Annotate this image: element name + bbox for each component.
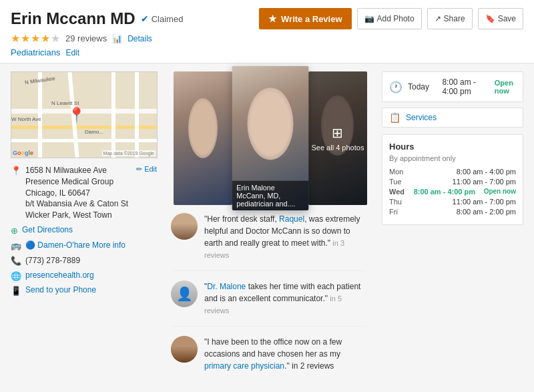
- page-container: Erin Mccann MD ✔ Claimed ★ Write a Revie…: [0, 0, 534, 392]
- street-address: 1658 N Milwaukee Ave: [25, 166, 107, 175]
- review-1-before: "Her front desk staff,: [204, 214, 279, 224]
- review-3: "I have been to the office now on a few …: [171, 336, 366, 381]
- face-shape: [188, 98, 218, 158]
- reviews-count: 29 reviews: [65, 33, 107, 43]
- photo-1[interactable]: [174, 71, 232, 205]
- hours-fri: Fri 8:00 am - 2:00 pm: [389, 208, 516, 216]
- star-3: ★: [31, 32, 40, 45]
- share-button[interactable]: ↗ Share: [427, 8, 473, 29]
- verified-icon: ✔: [141, 13, 149, 24]
- city-state-zip: Chicago, IL 60647: [25, 188, 90, 198]
- hours-note: By appointment only: [389, 154, 516, 162]
- review-3-avatar: [171, 336, 198, 363]
- neighborhood: Wicker Park, West Town: [25, 210, 112, 220]
- claimed-badge: ✔ Claimed: [141, 13, 184, 24]
- photo-3[interactable]: ⊞ See all 4 photos: [308, 71, 367, 205]
- send-phone-info: 📱 Send to your Phone: [11, 285, 171, 296]
- map-pin: 📍: [67, 107, 85, 124]
- star-rating: ★ ★ ★ ★ ★: [11, 32, 60, 45]
- day-thu: Thu: [389, 198, 408, 206]
- mobile-icon: 📱: [11, 286, 21, 296]
- edit-category-link[interactable]: Edit: [65, 48, 79, 57]
- services-link[interactable]: Services: [406, 113, 437, 122]
- claimed-label: Claimed: [152, 14, 184, 24]
- star-1: ★: [11, 32, 20, 45]
- map-road: [38, 72, 42, 158]
- review-1-text: "Her front desk staff, Raquel, was extre…: [204, 213, 366, 261]
- hours-thu: Thu 11:00 am - 7:00 pm: [389, 198, 516, 206]
- hours-wed: Wed 8:00 am - 4:00 pm Open now: [389, 188, 516, 196]
- review-2-text: "Dr. Malone takes her time with each pat…: [204, 280, 366, 317]
- website-icon: 🌐: [11, 271, 21, 281]
- google-logo: Google: [13, 150, 33, 156]
- location-icon: 📍: [11, 166, 21, 176]
- directions-link[interactable]: Get Directions: [22, 225, 73, 234]
- photo-caption: Erin Malone McCann, MD, pediatrician and…: [232, 181, 308, 210]
- phone-info: 📞 (773) 278-7889: [11, 255, 171, 266]
- hours-section: Hours By appointment only Mon 8:00 am - …: [382, 134, 523, 225]
- save-icon: 🔖: [485, 14, 495, 23]
- map-background: N Leavitt St W North Ave Damo... N Milwa…: [11, 72, 157, 158]
- star-4: ★: [41, 32, 50, 45]
- map-label: Damo...: [85, 129, 103, 135]
- hours-wed-value: 8:00 am - 4:00 pm: [414, 188, 475, 196]
- cross-streets: b/t Wabansia Ave & Caton St: [25, 199, 128, 208]
- hours-thu-value: 11:00 am - 7:00 pm: [453, 198, 516, 206]
- transit-icon: 🚌: [11, 240, 21, 250]
- photo-strip: Erin Malone McCann, MD, pediatrician and…: [174, 71, 367, 205]
- map-label: N Leavitt St: [51, 100, 79, 106]
- star-5: ★: [51, 32, 60, 45]
- day-mon: Mon: [389, 168, 408, 176]
- review-3-after: ." in 2 reviews: [284, 361, 334, 371]
- review-3-before: "I have been to the office now on a few …: [204, 337, 342, 359]
- hours-mon-value: 8:00 am - 4:00 pm: [457, 168, 516, 176]
- practice-name: Presence Medical Group: [25, 177, 113, 186]
- photo-2[interactable]: Erin Malone McCann, MD, pediatrician and…: [232, 66, 308, 210]
- services-row[interactable]: 📋 Services: [382, 108, 523, 128]
- transit-link[interactable]: Damen-O'hare: [37, 240, 89, 250]
- hours-tue: Tue 11:00 am - 7:00 pm: [389, 178, 516, 186]
- review-1-avatar: [171, 213, 198, 240]
- left-column: N Leavitt St W North Ave Damo... N Milwa…: [11, 71, 171, 391]
- edit-address-link[interactable]: ✏ Edit: [136, 165, 157, 174]
- hours-mon: Mon 8:00 am - 4:00 pm: [389, 168, 516, 176]
- reviews-section: "Her front desk staff, Raquel, was extre…: [171, 213, 376, 391]
- website-link[interactable]: presencehealth.org: [25, 270, 94, 280]
- share-icon: ↗: [435, 14, 441, 23]
- see-all-overlay[interactable]: ⊞ See all 4 photos: [308, 71, 367, 205]
- day-fri: Fri: [389, 208, 408, 216]
- main-content: N Leavitt St W North Ave Damo... N Milwa…: [0, 63, 534, 392]
- review-3-highlight[interactable]: primary care physician: [204, 361, 284, 371]
- address-text: 1658 N Milwaukee Ave Presence Medical Gr…: [25, 165, 128, 221]
- business-name: Erin Mccann MD: [11, 9, 136, 28]
- details-link[interactable]: Details: [127, 34, 152, 43]
- avatar-3-image: [171, 336, 198, 363]
- today-label: Today: [408, 82, 429, 91]
- services-icon: 📋: [389, 112, 400, 123]
- today-hours-bar: 🕐 Today 8:00 am - 4:00 pm Open now: [382, 71, 523, 102]
- category-link[interactable]: Pediatricians: [11, 47, 60, 57]
- hours-title: Hours: [389, 142, 516, 152]
- save-label: Save: [498, 14, 516, 23]
- right-sidebar: 🕐 Today 8:00 am - 4:00 pm Open now 📋 Ser…: [376, 71, 523, 391]
- phone-number: (773) 278-7889: [25, 255, 80, 266]
- open-now-inline: Open now: [484, 188, 516, 196]
- map-container[interactable]: N Leavitt St W North Ave Damo... N Milwa…: [11, 71, 158, 158]
- more-info-link[interactable]: More info: [92, 240, 125, 250]
- day-tue: Tue: [389, 178, 408, 186]
- review-1-highlight[interactable]: Raquel: [279, 214, 304, 224]
- rating-row: ★ ★ ★ ★ ★ 29 reviews 📊 Details: [11, 32, 523, 45]
- chart-icon: 📊: [112, 34, 122, 43]
- review-2-highlight[interactable]: Dr. Malone: [207, 282, 246, 291]
- write-review-button[interactable]: ★ Write a Review: [259, 8, 352, 29]
- save-button[interactable]: 🔖 Save: [478, 8, 523, 29]
- share-label: Share: [444, 14, 465, 23]
- website-info: 🌐 presencehealth.org: [11, 270, 171, 281]
- review-3-text: "I have been to the office now on a few …: [204, 336, 366, 372]
- add-photo-button[interactable]: 📷 Add Photo: [357, 8, 422, 29]
- hours-fri-value: 8:00 am - 2:00 pm: [457, 208, 516, 216]
- transit-dot: 🔵: [25, 240, 37, 250]
- title-section: Erin Mccann MD ✔ Claimed: [11, 9, 183, 28]
- header: Erin Mccann MD ✔ Claimed ★ Write a Revie…: [0, 0, 534, 63]
- send-phone-link[interactable]: Send to your Phone: [25, 285, 96, 295]
